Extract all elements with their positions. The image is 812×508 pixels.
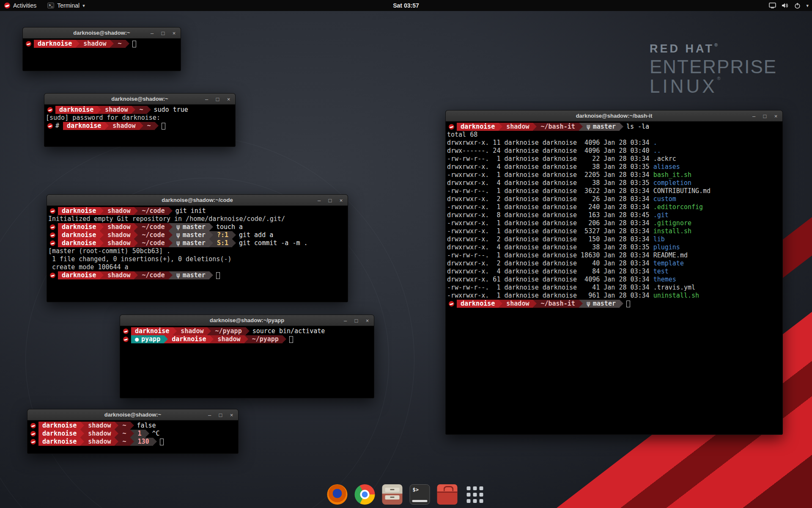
powerline-arrow-icon xyxy=(533,123,537,131)
activities-label: Activities xyxy=(13,2,36,9)
redhat-prompt-icon xyxy=(30,431,36,436)
dock-firefox-icon[interactable] xyxy=(327,484,348,505)
app-grid-dot xyxy=(479,493,483,497)
executable-name: .editorconfig xyxy=(653,203,703,211)
output-text: CONTRIBUTING.md xyxy=(653,187,710,195)
drawer-decoration xyxy=(385,495,400,500)
close-button[interactable]: × xyxy=(226,96,231,102)
dock-toolbox-icon[interactable] xyxy=(437,484,458,505)
powerline-arrow-icon xyxy=(134,223,138,231)
registered-mark: ® xyxy=(714,42,720,47)
terminal-content[interactable]: darknoiseshadow~sudo true[sudo] password… xyxy=(44,105,235,130)
git-branch-icon: ψ xyxy=(176,231,180,239)
window-title: darknoise@shadow:~/code xyxy=(47,195,348,206)
git-branch-icon: ψ xyxy=(587,123,590,131)
dock-terminal-icon[interactable]: $> xyxy=(410,484,430,505)
terminal-content[interactable]: darknoiseshadow~ xyxy=(23,39,181,48)
powerline-arrow-icon xyxy=(209,231,213,239)
activities-button[interactable]: Activities xyxy=(4,0,36,11)
minimize-button[interactable]: – xyxy=(343,318,348,324)
terminal-window: darknoise@shadow:~/code – □ × darknoises… xyxy=(47,194,348,302)
prompt-segment-path: ~/pyapp xyxy=(211,327,245,335)
powerline-arrow-icon xyxy=(173,327,177,335)
output-text: drwxrwxr-x. 4 darknoise darknoise 38 Jan… xyxy=(447,243,653,251)
app-grid-dot xyxy=(479,499,483,503)
prompt-segment-path: ~/code xyxy=(138,231,168,239)
powerline-arrow-icon xyxy=(169,271,173,279)
powerline-arrow-icon xyxy=(134,271,138,279)
app-menu[interactable]: >_ Terminal ▾ xyxy=(47,0,85,11)
dock-show-applications-icon[interactable] xyxy=(465,484,485,505)
terminal-line: drwxrwxr-x. 2 darknoise darknoise 40 Jan… xyxy=(447,260,782,268)
terminal-content[interactable]: darknoiseshadow~/codegit initInitialized… xyxy=(47,206,348,279)
terminal-line: drwxrwxr-x. 4 darknoise darknoise 38 Jan… xyxy=(447,243,782,251)
window-titlebar[interactable]: darknoise@shadow:~ – □ × xyxy=(44,94,235,105)
branding-line3: LINUX xyxy=(650,76,717,97)
window-titlebar[interactable]: darknoise@shadow:~/code – □ × xyxy=(47,195,348,206)
redhat-prompt-icon xyxy=(50,240,55,246)
branding-linux-text: LINUX® xyxy=(650,76,777,97)
power-icon xyxy=(794,3,801,9)
powerline-arrow-icon xyxy=(620,123,623,131)
close-button[interactable]: × xyxy=(773,113,779,119)
close-button[interactable]: × xyxy=(229,412,234,418)
maximize-button[interactable]: □ xyxy=(327,197,333,204)
maximize-button[interactable]: □ xyxy=(215,96,220,102)
chevron-down-icon: ▾ xyxy=(82,3,85,8)
drawer-decoration xyxy=(385,488,400,492)
branding-line1: RED HAT xyxy=(650,42,714,55)
terminal-cursor xyxy=(132,41,136,47)
close-button[interactable]: × xyxy=(365,318,370,324)
maximize-button[interactable]: □ xyxy=(218,412,223,418)
command-text: ls -la xyxy=(626,123,649,131)
output-text: -rwxrwxr-x. 1 darknoise darknoise 206 Ja… xyxy=(447,219,653,227)
close-button[interactable]: × xyxy=(171,30,177,36)
prompt-segment-status: S:1 xyxy=(213,239,232,247)
terminal-line: -rwxrwxr-x. 1 darknoise darknoise 5327 J… xyxy=(447,227,782,235)
minimize-button[interactable]: – xyxy=(204,96,209,102)
terminal-content[interactable]: darknoiseshadow~/bash-itψmasterls -latot… xyxy=(446,121,782,308)
maximize-button[interactable]: □ xyxy=(160,30,166,36)
minimize-button[interactable]: – xyxy=(316,197,322,204)
output-text: drwxrwxr-x. 4 darknoise darknoise 38 Jan… xyxy=(447,163,653,171)
minimize-button[interactable]: – xyxy=(149,30,155,36)
close-button[interactable]: × xyxy=(338,197,344,204)
executable-name: install.sh xyxy=(653,227,691,235)
terminal-line: -rw-rw-r--. 1 darknoise darknoise 41 Jan… xyxy=(447,284,782,292)
output-text: -rw-rw-r--. 1 darknoise darknoise 22 Jan… xyxy=(447,155,653,163)
terminal-cursor xyxy=(160,439,164,445)
branding-redhat-text: RED HAT® xyxy=(650,42,777,55)
window-title: darknoise@shadow:~/bash-it xyxy=(446,110,782,121)
prompt-segment-path: ~ xyxy=(118,430,130,438)
terminal-line: darknoiseshadow~1^C xyxy=(29,430,238,438)
terminal-content[interactable]: darknoiseshadow~/pyappsource bin/activat… xyxy=(120,326,374,343)
window-titlebar[interactable]: darknoise@shadow:~ – □ × xyxy=(27,409,238,420)
prompt-segment-path: ~ xyxy=(118,422,130,430)
command-text: ^C xyxy=(152,430,160,438)
window-titlebar[interactable]: darknoise@shadow:~ – □ × xyxy=(23,28,181,39)
minimize-button[interactable]: – xyxy=(207,412,212,418)
prompt-segment-user: darknoise xyxy=(38,438,80,446)
window-titlebar[interactable]: darknoise@shadow:~/bash-it – □ × xyxy=(446,110,782,121)
system-status-area[interactable]: ▾ xyxy=(769,0,809,11)
directory-name: lib xyxy=(653,235,665,243)
prompt-segment-user: darknoise xyxy=(58,271,100,279)
terminal-line: -rwxrwxr-x. 1 darknoise darknoise 961 Ja… xyxy=(447,292,782,300)
terminal-content[interactable]: darknoiseshadow~falsedarknoiseshadow~1^C… xyxy=(27,420,238,446)
output-text: [master (root-commit) 50bcb63] . xyxy=(48,247,170,255)
output-text: drwx------. 24 darknoise darknoise 4096 … xyxy=(447,147,653,155)
maximize-button[interactable]: □ xyxy=(354,318,359,324)
clock[interactable]: Sat 03:57 xyxy=(0,2,812,9)
window-titlebar[interactable]: darknoise@shadow:~/pyapp – □ × xyxy=(120,315,374,326)
dock-files-icon[interactable] xyxy=(382,484,403,505)
app-grid-dot xyxy=(466,493,470,497)
redhat-prompt-icon xyxy=(449,301,454,306)
output-text: .travis.yml xyxy=(653,284,695,292)
minimize-button[interactable]: – xyxy=(751,113,757,119)
prompt-segment-host: shadow xyxy=(104,239,134,247)
dock-chrome-icon[interactable] xyxy=(355,484,375,505)
powerline-arrow-icon xyxy=(134,239,138,247)
maximize-button[interactable]: □ xyxy=(762,113,768,119)
powerline-arrow-icon xyxy=(105,122,109,130)
terminal-line: -rw-rw-r--. 1 darknoise darknoise 22 Jan… xyxy=(447,155,782,163)
